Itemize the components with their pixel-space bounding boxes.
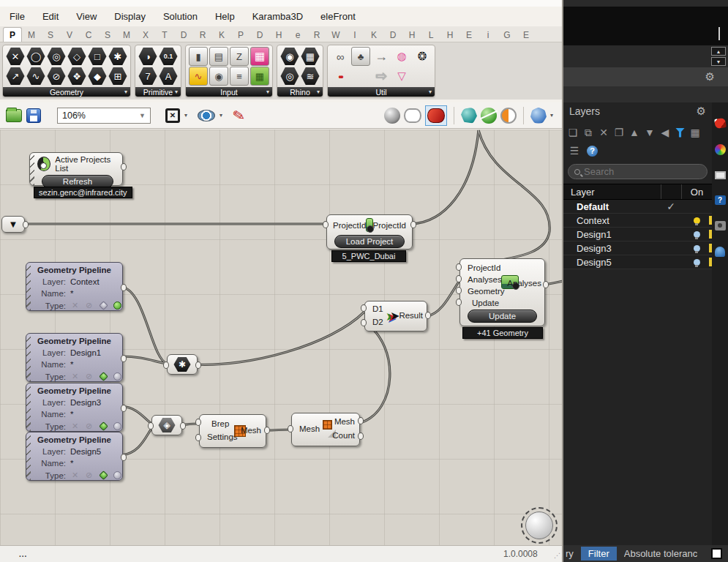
badge-icon[interactable]: ◉ [280,47,299,66]
jar-icon[interactable]: ◍ [392,47,411,66]
md-slider-icon[interactable]: ▦ [250,47,269,66]
layer-on-cell[interactable] [681,245,712,252]
mesh-brep-component[interactable]: Brep Settings Mesh [199,414,266,448]
tree-icon[interactable]: ♣ [351,47,370,66]
zoom-dropdown[interactable]: 106% ▼ [57,108,151,124]
layer-row-design3[interactable]: Design3 [563,241,712,255]
chevron-down-icon[interactable]: ▾ [317,89,320,95]
cherries-icon[interactable]: •• [331,67,350,86]
input-nub[interactable] [361,304,367,312]
name-value[interactable]: * [70,360,73,369]
menu-view[interactable]: View [76,11,97,22]
notifications-tab-icon[interactable] [715,247,725,257]
input-nub[interactable] [361,319,367,326]
command-options-bar[interactable]: ⚙ [563,67,728,86]
caret-down-icon[interactable]: ▾ [550,112,553,119]
menu-karamba3d[interactable]: Karamba3D [252,11,303,22]
lightbulb-icon[interactable] [694,217,700,224]
wireframe-preview-icon[interactable] [404,108,421,123]
ribbon-group-label[interactable]: Util▾ [328,87,435,97]
clip-icon[interactable]: ⊘ [84,471,94,480]
tab-S-5[interactable]: S [98,28,117,42]
gh-canvas[interactable]: Active Projects List Refresh sezin.genc@… [0,130,562,545]
update-component[interactable]: ProjectId Analyses Geometry Update Analy… [459,258,545,326]
tab-K-19[interactable]: K [364,28,383,42]
input-nub[interactable] [195,434,201,441]
geometry-pipeline-context[interactable]: Geometry Pipeline Layer:Context Name:* T… [26,262,123,311]
mesh-type-icon[interactable] [99,301,108,310]
tab-i-25[interactable]: i [479,28,498,42]
script-icon[interactable]: Z [230,47,249,66]
monitor-tab-icon[interactable] [715,171,726,179]
geometry-count-tag[interactable]: +41 Geometry [462,327,543,339]
layer-row-context[interactable]: Context [563,214,712,228]
caret-down-icon[interactable]: ▾ [219,112,222,119]
graph-mapper-icon[interactable]: ∿ [189,67,208,86]
tab-W-17[interactable]: W [326,28,345,42]
gear-icon[interactable]: ⚙ [697,105,706,118]
diamond-icon[interactable]: ◆ [88,67,107,86]
current-layer-check[interactable]: ✓ [661,201,681,212]
ribbon-group-label[interactable]: Geometry▾ [3,87,130,97]
cluster-icon[interactable]: ❂ [413,47,432,66]
data-param-component[interactable]: ▼ [1,216,25,233]
gumball-icon[interactable] [530,108,547,124]
move-left-icon[interactable]: ◀ [660,127,670,138]
name-value[interactable]: * [70,459,73,468]
input-nub[interactable] [195,419,201,426]
tab-P-12[interactable]: P [231,28,250,42]
project-tag[interactable]: 5_PWC_Dubai [331,250,406,262]
tab-E-27[interactable]: E [517,28,536,42]
merge-component-2[interactable]: ◈ [151,415,182,435]
ribbon-group-label[interactable]: Rhino▾ [277,87,323,97]
layer-name[interactable]: Default [563,201,661,212]
grid-icon[interactable]: ⊞ [108,67,127,86]
layer-value[interactable]: Context [70,277,100,286]
tab-R-16[interactable]: R [307,28,326,42]
surface-icon[interactable]: ◇ [67,47,86,66]
layer-value[interactable]: Design3 [70,398,101,407]
properties-tab-icon[interactable] [714,118,727,129]
input-nub[interactable] [163,361,169,369]
tab-I-18[interactable]: I [345,28,364,42]
tab-X-7[interactable]: X [136,28,155,42]
menu-display[interactable]: Display [114,11,146,22]
output-nub[interactable] [195,361,201,369]
geometry-pipeline-design1[interactable]: Geometry Pipeline Layer:Design1 Name:* T… [26,333,123,382]
result-component[interactable]: D1 D2 ➤ Result [364,301,427,331]
layer-on-cell[interactable] [681,217,712,224]
layer-name[interactable]: Design3 [563,243,661,254]
load-project-component[interactable]: ProjectId ProjectId Load Project [326,214,413,250]
ribbon-group-label[interactable]: Input▾ [186,87,272,97]
tab-K-11[interactable]: K [212,28,231,42]
input-nub[interactable] [288,425,293,432]
menu-file[interactable]: File [10,11,25,22]
layer-name[interactable]: Design1 [563,229,661,240]
output-nub[interactable] [180,422,186,430]
open-file-icon[interactable] [6,109,22,122]
tab-R-10[interactable]: R [193,28,212,42]
tolerance-label[interactable]: Absolute toleranc [624,548,697,559]
tab-H-14[interactable]: H [269,28,288,42]
arrow-dark-icon[interactable]: → [372,47,391,66]
tool-icon[interactable]: ⊘ [47,67,66,86]
move-down-icon[interactable]: ▼ [645,127,655,138]
dashes-icon[interactable]: ≋ [301,67,320,86]
output-nub[interactable] [121,163,127,171]
load-project-button[interactable]: Load Project [334,235,405,248]
caret-down-icon[interactable]: ▾ [184,112,187,119]
input-nub[interactable] [456,299,462,306]
tab-T-8[interactable]: T [155,28,174,42]
update-button[interactable]: Update [468,310,537,323]
tab-P-0[interactable]: P [3,27,22,42]
merge-component[interactable]: ✱ [167,354,198,375]
mesh-type-icon[interactable] [99,422,108,431]
tab-H-21[interactable]: H [402,28,421,42]
save-file-icon[interactable] [26,108,41,123]
canvas-compass[interactable] [521,507,558,544]
output-nub[interactable] [543,281,549,288]
output-nub[interactable] [121,405,127,412]
brep-type-icon[interactable] [113,471,121,479]
output-nub[interactable] [264,427,270,434]
brep-type-icon[interactable] [113,372,121,381]
